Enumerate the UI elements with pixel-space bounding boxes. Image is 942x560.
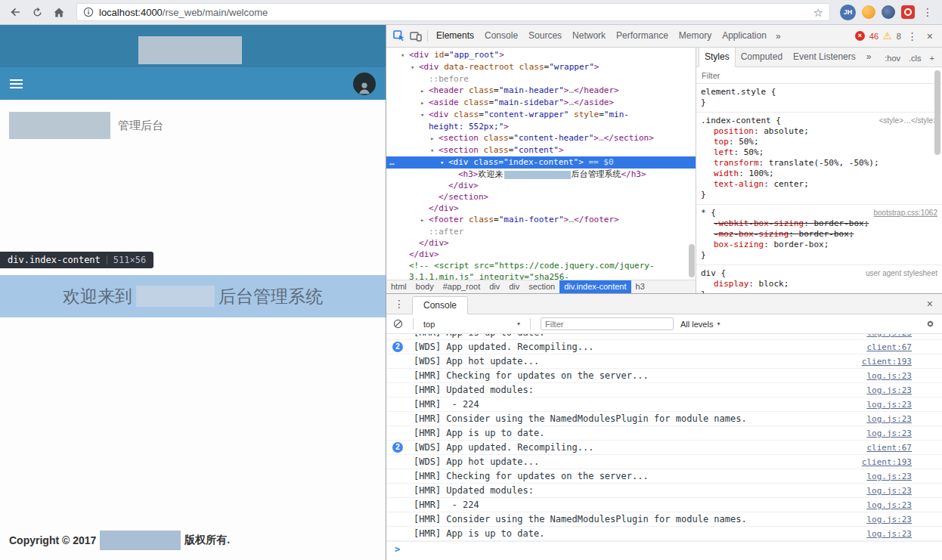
css-property[interactable]: left: 50%; bbox=[701, 147, 937, 158]
console-source-link[interactable]: client:193 bbox=[853, 357, 912, 367]
css-selector[interactable]: * bbox=[701, 208, 706, 218]
dom-tree-line[interactable]: ::after bbox=[386, 226, 696, 237]
breadcrumb-item[interactable]: div bbox=[504, 280, 524, 293]
tree-expand-arrow[interactable]: ▾ bbox=[440, 157, 448, 169]
dom-tree-line[interactable]: </div> bbox=[386, 180, 696, 191]
extension-icon-2[interactable] bbox=[882, 5, 895, 19]
dom-tree-line-selected[interactable]: …▾<div class="index-content"> == $0 bbox=[386, 156, 696, 169]
devtools-tab-console[interactable]: Console bbox=[479, 25, 523, 47]
reload-button[interactable] bbox=[29, 5, 45, 20]
dom-tree-line[interactable]: height: 552px;"> bbox=[386, 121, 696, 132]
console-settings-icon[interactable] bbox=[925, 319, 935, 329]
extension-icon-1[interactable] bbox=[862, 5, 875, 19]
drawer-menu-icon[interactable]: ⋮ bbox=[392, 299, 406, 309]
site-info-icon[interactable] bbox=[83, 7, 94, 17]
devtools-tab-network[interactable]: Network bbox=[567, 25, 611, 47]
console-source-link[interactable]: client:193 bbox=[853, 457, 912, 467]
dom-tree-line[interactable]: <h3>欢迎来后台管理系统</h3> bbox=[386, 169, 696, 180]
dom-tree-line[interactable]: ::before bbox=[386, 73, 696, 85]
bookmark-star-icon[interactable]: ☆ bbox=[813, 7, 823, 18]
home-button[interactable] bbox=[51, 5, 67, 20]
styles-tab-more[interactable]: » bbox=[861, 48, 877, 67]
console-source-link[interactable]: client:67 bbox=[857, 342, 912, 352]
console-source-link[interactable]: log.js:23 bbox=[857, 500, 912, 510]
console-source-link[interactable]: log.js:23 bbox=[857, 371, 912, 381]
dom-tree-line[interactable]: ▸<header class="main-header">…</header> bbox=[386, 85, 696, 97]
sidebar-toggle-icon[interactable] bbox=[10, 79, 23, 88]
console-source-link[interactable]: log.js:23 bbox=[857, 334, 912, 338]
dom-tree-line[interactable]: ▸<aside class="main-sidebar">…</aside> bbox=[386, 97, 696, 109]
clear-console-icon[interactable] bbox=[393, 319, 403, 329]
css-property[interactable]: top: 50%; bbox=[701, 137, 937, 147]
dom-tree-line[interactable]: <!-- <script src="https://code.jquery.co… bbox=[386, 260, 696, 271]
more-tabs-icon[interactable]: » bbox=[772, 31, 785, 42]
user-avatar[interactable] bbox=[353, 73, 376, 95]
tree-expand-arrow[interactable]: ▾ bbox=[420, 110, 429, 121]
devtools-tab-memory[interactable]: Memory bbox=[674, 25, 717, 47]
tree-expand-arrow[interactable]: ▾ bbox=[430, 145, 438, 156]
console-close-icon[interactable]: × bbox=[924, 298, 936, 310]
console-source-link[interactable]: client:67 bbox=[857, 443, 912, 453]
console-source-link[interactable]: log.js:23 bbox=[857, 486, 912, 496]
inspect-element-icon[interactable] bbox=[391, 28, 407, 45]
dom-tree-line[interactable]: </div> bbox=[386, 249, 696, 260]
extension-icon-3[interactable] bbox=[901, 5, 915, 19]
console-source-link[interactable]: log.js:23 bbox=[857, 429, 912, 438]
console-levels-select[interactable]: All levels ▾ bbox=[680, 320, 720, 329]
breadcrumb-item[interactable]: body bbox=[411, 280, 438, 293]
console-source-link[interactable]: log.js:23 bbox=[857, 472, 912, 481]
breadcrumb-item[interactable]: #app_root bbox=[438, 280, 485, 293]
dom-tree-line[interactable]: ▾<div id="app_root"> bbox=[386, 49, 696, 61]
devtools-tab-elements[interactable]: Elements bbox=[431, 25, 479, 47]
devtools-tab-sources[interactable]: Sources bbox=[523, 25, 567, 47]
devtools-close-icon[interactable]: × bbox=[924, 30, 936, 42]
dom-tree-line[interactable]: ▸<section class="content-header">…</sect… bbox=[386, 132, 696, 144]
css-property[interactable]: -webkit-box-sizing: border-box; bbox=[701, 218, 937, 229]
css-selector[interactable]: div bbox=[701, 268, 716, 279]
device-toolbar-icon[interactable] bbox=[407, 28, 424, 45]
css-selector[interactable]: element.style bbox=[701, 87, 766, 97]
breadcrumb-item[interactable]: section bbox=[524, 280, 559, 293]
css-property[interactable]: transform: translate(-50%, -50%); bbox=[701, 158, 937, 169]
console-source-link[interactable]: log.js:23 bbox=[857, 515, 912, 524]
devtools-tab-performance[interactable]: Performance bbox=[611, 25, 674, 47]
css-property[interactable]: text-align: center; bbox=[701, 179, 937, 190]
error-icon[interactable]: × bbox=[855, 31, 865, 41]
dom-tree-line[interactable]: 3.1.1.min.js" integrity="sha256- bbox=[386, 271, 696, 280]
tree-expand-arrow[interactable]: ▾ bbox=[401, 50, 409, 61]
styles-scrollbar[interactable] bbox=[934, 70, 940, 155]
console-source-link[interactable]: log.js:23 bbox=[857, 385, 912, 395]
dom-tree-line[interactable]: ▸<footer class="main-footer">…</footer> bbox=[386, 214, 696, 226]
styles-filter-input[interactable] bbox=[702, 71, 937, 80]
dom-tree-line[interactable]: </section> bbox=[386, 191, 696, 203]
styles-tab-computed[interactable]: Computed bbox=[736, 48, 788, 67]
styles-tab-styles[interactable]: Styles bbox=[699, 48, 736, 67]
elements-scrollbar[interactable] bbox=[689, 244, 695, 277]
tree-expand-arrow[interactable]: ▸ bbox=[430, 133, 438, 144]
console-context-select[interactable]: top ▾ bbox=[423, 320, 520, 329]
address-bar[interactable]: localhost:4000/rse_web/main/welcome ☆ bbox=[76, 3, 830, 21]
node-overflow-menu-icon[interactable]: … bbox=[389, 156, 394, 168]
breadcrumb-item[interactable]: html bbox=[386, 280, 411, 293]
console-source-link[interactable]: log.js:23 bbox=[857, 414, 912, 424]
browser-menu-icon[interactable]: ⋮ bbox=[921, 7, 934, 17]
console-drawer-tab[interactable]: Console bbox=[412, 296, 468, 314]
tree-expand-arrow[interactable]: ▸ bbox=[420, 215, 429, 226]
breadcrumb-item[interactable]: div.index-content bbox=[559, 280, 631, 293]
console-source-link[interactable]: log.js:23 bbox=[857, 400, 912, 410]
styles-tab-event-listeners[interactable]: Event Listeners bbox=[788, 48, 861, 67]
dom-tree-line[interactable]: ▾<div class="content-wrapper" style="min… bbox=[386, 109, 696, 121]
tree-expand-arrow[interactable]: ▸ bbox=[420, 85, 429, 97]
css-property[interactable]: display: block; bbox=[701, 279, 937, 289]
console-source-link[interactable]: log.js:23 bbox=[857, 529, 912, 539]
profile-avatar[interactable]: JH bbox=[840, 5, 856, 20]
breadcrumb-item[interactable]: h3 bbox=[631, 280, 649, 293]
dom-tree-line[interactable]: ▾<section class="content"> bbox=[386, 144, 696, 156]
styles-control-hov[interactable]: :hov bbox=[882, 53, 903, 63]
devtools-tab-application[interactable]: Application bbox=[717, 25, 772, 47]
css-property[interactable]: width: 100%; bbox=[701, 169, 937, 179]
styles-control-cls[interactable]: .cls bbox=[906, 53, 925, 63]
dom-tree-line[interactable]: </div> bbox=[386, 237, 696, 249]
console-prompt[interactable]: > bbox=[386, 541, 942, 556]
console-filter-input[interactable] bbox=[541, 317, 674, 330]
